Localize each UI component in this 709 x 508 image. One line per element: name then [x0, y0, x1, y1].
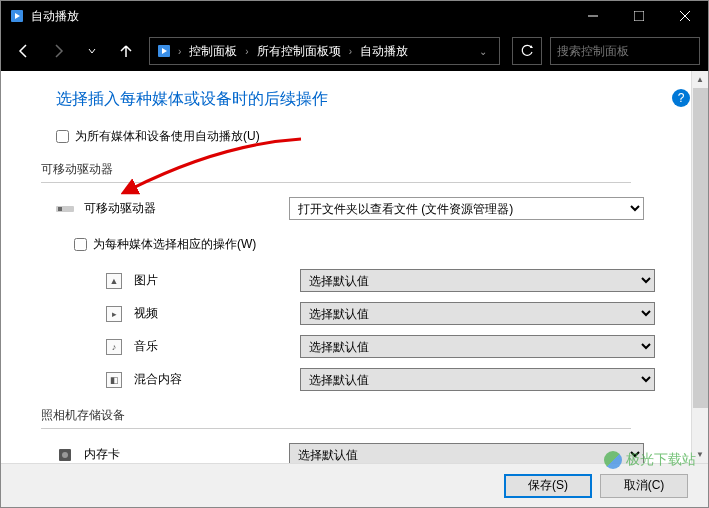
svg-rect-10: [58, 207, 62, 211]
chevron-right-icon: ›: [347, 46, 354, 57]
media-row-mixed: ◧ 混合内容 选择默认值: [106, 368, 668, 391]
mixed-select[interactable]: 选择默认值: [300, 368, 655, 391]
breadcrumb-item[interactable]: 自动播放: [354, 43, 414, 60]
navbar: › 控制面板 › 所有控制面板项 › 自动播放 ⌄: [1, 31, 708, 71]
forward-button[interactable]: [43, 36, 73, 66]
memory-card-label: 内存卡: [84, 446, 289, 463]
chevron-right-icon: ›: [243, 46, 250, 57]
divider: [41, 182, 631, 183]
mixed-icon: ◧: [106, 372, 122, 388]
videos-select[interactable]: 选择默认值: [300, 302, 655, 325]
autoplay-icon: [154, 41, 174, 61]
videos-icon: ▸: [106, 306, 122, 322]
autoplay-icon: [9, 8, 25, 24]
refresh-button[interactable]: [512, 37, 542, 65]
removable-drive-icon: [56, 202, 74, 216]
scroll-thumb[interactable]: [693, 88, 708, 408]
breadcrumb[interactable]: › 控制面板 › 所有控制面板项 › 自动播放 ⌄: [149, 37, 500, 65]
save-button[interactable]: 保存(S): [504, 474, 592, 498]
breadcrumb-item[interactable]: 控制面板: [183, 43, 243, 60]
recent-dropdown[interactable]: [77, 36, 107, 66]
close-button[interactable]: [662, 1, 708, 31]
window-controls: [570, 1, 708, 31]
section-label-camera: 照相机存储设备: [41, 407, 668, 424]
up-button[interactable]: [111, 36, 141, 66]
chevron-right-icon: ›: [176, 46, 183, 57]
scrollbar[interactable]: ▲ ▼: [691, 71, 708, 463]
media-label: 音乐: [134, 338, 300, 355]
help-icon[interactable]: ?: [672, 89, 690, 107]
media-label: 视频: [134, 305, 300, 322]
media-row-pictures: ▲ 图片 选择默认值: [106, 269, 668, 292]
removable-drive-select[interactable]: 打开文件夹以查看文件 (文件资源管理器): [289, 197, 644, 220]
use-autoplay-checkbox-row[interactable]: 为所有媒体和设备使用自动播放(U): [56, 128, 668, 145]
choose-each-label: 为每种媒体选择相应的操作(W): [93, 236, 256, 253]
svg-rect-3: [634, 11, 644, 21]
scroll-down-icon[interactable]: ▼: [692, 446, 708, 463]
removable-drive-label: 可移动驱动器: [84, 200, 289, 217]
back-button[interactable]: [9, 36, 39, 66]
titlebar: 自动播放: [1, 1, 708, 31]
search-area: [550, 37, 700, 65]
pictures-icon: ▲: [106, 273, 122, 289]
media-label: 混合内容: [134, 371, 300, 388]
footer: 保存(S) 取消(C) 极光下载站: [1, 463, 708, 507]
memory-card-icon: [56, 448, 74, 462]
divider: [41, 428, 631, 429]
music-select[interactable]: 选择默认值: [300, 335, 655, 358]
minimize-button[interactable]: [570, 1, 616, 31]
memory-card-select[interactable]: 选择默认值: [289, 443, 644, 463]
music-icon: ♪: [106, 339, 122, 355]
memory-card-row: 内存卡 选择默认值: [56, 443, 668, 463]
page-title: 选择插入每种媒体或设备时的后续操作: [56, 89, 668, 110]
media-row-videos: ▸ 视频 选择默认值: [106, 302, 668, 325]
chevron-down-icon[interactable]: ⌄: [471, 46, 495, 57]
choose-each-checkbox-row[interactable]: 为每种媒体选择相应的操作(W): [74, 236, 668, 253]
content-area: ? 选择插入每种媒体或设备时的后续操作 为所有媒体和设备使用自动播放(U) 可移…: [1, 71, 708, 463]
use-autoplay-checkbox[interactable]: [56, 130, 69, 143]
pictures-select[interactable]: 选择默认值: [300, 269, 655, 292]
media-label: 图片: [134, 272, 300, 289]
media-row-music: ♪ 音乐 选择默认值: [106, 335, 668, 358]
svg-point-12: [62, 452, 68, 458]
window-title: 自动播放: [31, 8, 570, 25]
cancel-button[interactable]: 取消(C): [600, 474, 688, 498]
section-label-removable: 可移动驱动器: [41, 161, 668, 178]
breadcrumb-item[interactable]: 所有控制面板项: [251, 43, 347, 60]
use-autoplay-label: 为所有媒体和设备使用自动播放(U): [75, 128, 260, 145]
choose-each-checkbox[interactable]: [74, 238, 87, 251]
window: 自动播放 › 控制面板 › 所有控制面板项 › 自动播放 ⌄: [0, 0, 709, 508]
scroll-up-icon[interactable]: ▲: [692, 71, 708, 88]
maximize-button[interactable]: [616, 1, 662, 31]
removable-drive-row: 可移动驱动器 打开文件夹以查看文件 (文件资源管理器): [56, 197, 668, 220]
search-input[interactable]: [551, 44, 709, 58]
